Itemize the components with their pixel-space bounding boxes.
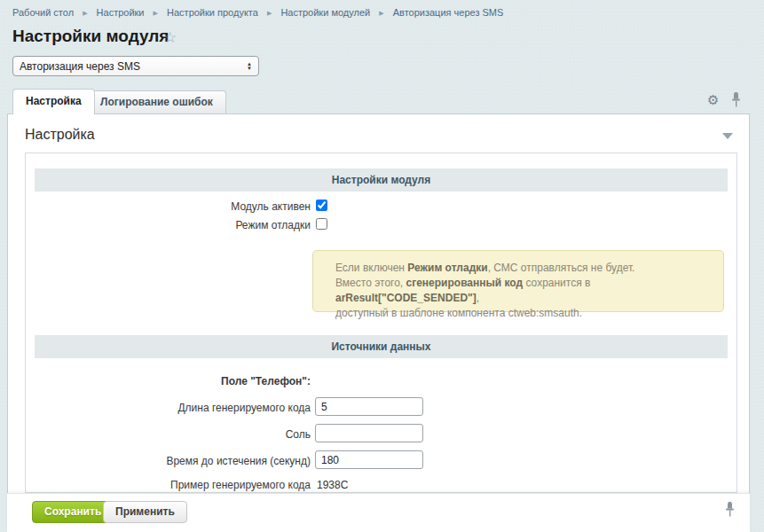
module-active-checkbox[interactable] (316, 200, 327, 211)
breadcrumb-separator-icon: ▶ (154, 10, 158, 16)
breadcrumb-item-sms-auth[interactable]: Авторизация через SMS (393, 7, 504, 18)
salt-input[interactable] (315, 424, 423, 442)
breadcrumb-separator-icon: ▶ (379, 10, 383, 16)
phone-field-label: Поле "Телефон": (0, 375, 311, 387)
debug-mode-checkbox[interactable] (316, 218, 327, 230)
example-code-label: Пример генерируемого кода (0, 479, 311, 491)
section-data-sources: Источники данных (35, 335, 728, 358)
tab-error-logging[interactable]: Логирование ошибок (87, 90, 226, 113)
pin-icon[interactable] (731, 92, 741, 112)
debug-note: Если включен Режим отладки, СМС отправля… (312, 250, 724, 312)
apply-button[interactable]: Применить (103, 501, 187, 523)
tab-settings[interactable]: Настройка (12, 89, 95, 114)
expire-time-label: Время до истечения (секунд) (0, 455, 311, 467)
page-title: Настройки модуля (12, 27, 169, 46)
breadcrumb-item-module-settings[interactable]: Настройки модулей (280, 7, 370, 18)
favorite-star-icon[interactable]: ☆ (163, 28, 177, 47)
breadcrumb-item-product-settings[interactable]: Настройки продукта (167, 7, 258, 18)
example-code-value: 1938C (317, 479, 348, 491)
module-active-label: Модуль активен (0, 200, 311, 213)
section-module-settings: Настройки модуля (35, 168, 728, 192)
breadcrumb-separator-icon: ▶ (267, 10, 272, 16)
code-length-input[interactable] (315, 397, 423, 416)
debug-mode-label: Режим отладки (0, 219, 311, 231)
save-button[interactable]: Сохранить (32, 501, 114, 523)
collapse-panel-icon[interactable] (722, 133, 733, 139)
breadcrumb: Рабочий стол ▶ Настройки ▶ Настройки про… (12, 7, 503, 18)
gear-icon[interactable]: ⚙ (707, 92, 719, 108)
breadcrumb-separator-icon: ▶ (83, 10, 87, 16)
module-select[interactable]: Авторизация через SMS (13, 57, 258, 75)
code-length-label: Длина генерируемого кода (0, 402, 311, 414)
salt-label: Соль (0, 428, 311, 441)
breadcrumb-item-settings[interactable]: Настройки (97, 7, 145, 18)
expire-time-input[interactable] (315, 450, 423, 469)
pin-icon[interactable] (725, 502, 735, 521)
module-select-wrap: Авторизация через SMS ▲▼ (12, 56, 259, 76)
breadcrumb-item-desktop[interactable]: Рабочий стол (12, 7, 74, 18)
panel-title: Настройка (25, 127, 95, 143)
